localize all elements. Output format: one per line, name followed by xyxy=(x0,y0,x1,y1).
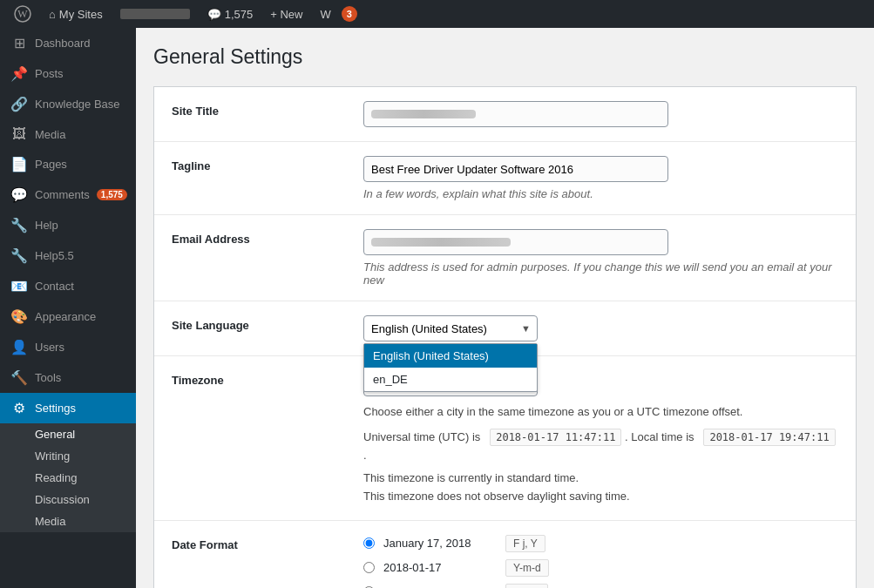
language-dropdown-wrapper: English (United States) en_DE ▼ English … xyxy=(363,315,538,341)
sidebar-label-users: Users xyxy=(35,341,64,354)
date-format-label-1: January 17, 2018 xyxy=(383,537,497,550)
date-format-radio-1[interactable] xyxy=(363,537,375,549)
sidebar-label-dashboard: Dashboard xyxy=(35,37,91,50)
sidebar-item-tools[interactable]: 🔨 Tools xyxy=(0,362,136,393)
language-field: English (United States) en_DE ▼ English … xyxy=(363,315,838,341)
date-format-row-3: 01/17/2018 m/d/Y xyxy=(363,584,838,588)
media-icon: 🖼 xyxy=(10,126,28,142)
comments-nav-icon: 💬 xyxy=(10,186,28,203)
language-label: Site Language xyxy=(172,315,346,332)
sidebar-item-posts[interactable]: 📌 Posts xyxy=(0,58,136,89)
timezone-info: Choose either a city in the same timezon… xyxy=(363,403,838,506)
tagline-field: In a few words, explain what this site i… xyxy=(363,156,838,200)
sidebar-item-dashboard[interactable]: ⊞ Dashboard xyxy=(0,28,136,58)
site-title-field xyxy=(363,101,838,127)
date-format-hint-3: m/d/Y xyxy=(505,584,548,588)
help-icon: 🔧 xyxy=(10,217,28,233)
sidebar-item-comments[interactable]: 💬 Comments 1,575 xyxy=(0,179,136,210)
dashboard-icon: ⊞ xyxy=(10,35,28,51)
submenu-item-discussion[interactable]: Discussion xyxy=(0,489,136,510)
sidebar-label-posts: Posts xyxy=(35,67,64,80)
settings-icon: ⚙ xyxy=(10,400,28,416)
date-format-row: Date Format January 17, 2018 F j, Y 2018… xyxy=(154,521,856,588)
tagline-label: Tagline xyxy=(172,156,346,172)
email-label: Email Address xyxy=(172,229,346,246)
comments-badge: 1,575 xyxy=(97,189,127,200)
sidebar-label-settings: Settings xyxy=(35,402,76,415)
help55-icon: 🔧 xyxy=(10,247,28,264)
sidebar-item-knowledge-base[interactable]: 🔗 Knowledge Base xyxy=(0,89,136,119)
page-title: General Settings xyxy=(153,45,857,69)
sidebar-item-settings[interactable]: ⚙ Settings xyxy=(0,393,136,423)
language-dropdown-list: English (United States) en_DE xyxy=(363,343,538,392)
sidebar-item-pages[interactable]: 📄 Pages xyxy=(0,149,136,179)
language-row: Site Language English (United States) en… xyxy=(154,301,856,356)
language-option-en-us[interactable]: English (United States) xyxy=(364,344,537,368)
submenu-item-writing[interactable]: Writing xyxy=(0,445,136,467)
local-value: 2018-01-17 19:47:11 xyxy=(703,429,835,446)
my-sites-label: My Sites xyxy=(59,8,103,21)
knowledge-base-icon: 🔗 xyxy=(10,96,28,112)
site-name-button[interactable] xyxy=(113,0,197,28)
appearance-icon: 🎨 xyxy=(10,308,28,325)
timezone-note1: This timezone is currently in standard t… xyxy=(363,470,838,488)
site-title-blurred xyxy=(371,110,476,118)
date-format-hint-2: Y-m-d xyxy=(505,559,549,577)
submenu-item-media[interactable]: Media xyxy=(0,510,136,532)
svg-text:W: W xyxy=(17,8,28,20)
submenu-item-reading[interactable]: Reading xyxy=(0,467,136,489)
utc-value: 2018-01-17 11:47:11 xyxy=(490,429,621,446)
timezone-description: Choose either a city in the same timezon… xyxy=(363,403,838,422)
admin-bar: W ⌂ My Sites 💬 1,575 + New W 3 xyxy=(0,0,874,28)
tagline-input[interactable] xyxy=(363,156,668,182)
submenu-item-general[interactable]: General xyxy=(0,423,136,445)
site-title-label: Site Title xyxy=(172,101,346,118)
pages-icon: 📄 xyxy=(10,156,28,172)
utc-label: Universal time (UTC) is xyxy=(363,430,480,443)
sidebar-label-knowledge-base: Knowledge Base xyxy=(35,98,120,111)
sidebar-label-help55: Help5.5 xyxy=(35,249,74,262)
email-input-wrapper xyxy=(363,229,668,255)
tagline-description: In a few words, explain what this site i… xyxy=(363,187,838,200)
date-format-row-2: 2018-01-17 Y-m-d xyxy=(363,559,838,577)
local-label: Local time is xyxy=(631,430,694,443)
email-field: This address is used for admin purposes.… xyxy=(363,229,838,287)
date-format-field: January 17, 2018 F j, Y 2018-01-17 Y-m-d… xyxy=(363,535,838,588)
date-format-row-1: January 17, 2018 F j, Y xyxy=(363,535,838,552)
date-format-hint-1: F j, Y xyxy=(505,535,545,552)
comments-count: 1,575 xyxy=(225,8,254,21)
date-format-radio-2[interactable] xyxy=(363,562,375,573)
timezone-note2: This timezone does not observe daylight … xyxy=(363,488,838,506)
sidebar-item-help55[interactable]: 🔧 Help5.5 xyxy=(0,240,136,271)
settings-form: Site Title Tagline In a few words, expla… xyxy=(153,86,857,588)
sidebar-item-users[interactable]: 👤 Users xyxy=(0,332,136,362)
sidebar-item-contact[interactable]: 📧 Contact xyxy=(0,271,136,301)
email-blurred xyxy=(371,238,511,247)
sidebar: ⊞ Dashboard 📌 Posts 🔗 Knowledge Base 🖼 M… xyxy=(0,28,136,588)
contact-icon: 📧 xyxy=(10,278,28,294)
main-content: General Settings Site Title Tagline In a… xyxy=(136,28,874,588)
notification-badge[interactable]: 3 xyxy=(342,6,357,22)
new-button[interactable]: + New xyxy=(263,0,309,28)
comments-button[interactable]: 💬 1,575 xyxy=(200,0,261,28)
date-format-label-2: 2018-01-17 xyxy=(383,561,497,574)
sidebar-item-appearance[interactable]: 🎨 Appearance xyxy=(0,301,136,332)
comments-icon: 💬 xyxy=(207,8,221,21)
home-icon: ⌂ xyxy=(49,8,56,21)
sidebar-item-media[interactable]: 🖼 Media xyxy=(0,119,136,149)
w-button[interactable]: W xyxy=(313,0,337,28)
language-select[interactable]: English (United States) en_DE xyxy=(363,315,538,341)
w-icon: W xyxy=(320,8,330,21)
my-sites-button[interactable]: ⌂ My Sites xyxy=(42,0,110,28)
sidebar-label-contact: Contact xyxy=(35,280,74,293)
wp-logo[interactable]: W xyxy=(7,0,38,28)
sidebar-label-help: Help xyxy=(35,219,58,232)
sidebar-label-media: Media xyxy=(35,128,65,141)
new-label: + New xyxy=(270,8,302,21)
language-option-en-de[interactable]: en_DE xyxy=(364,368,537,391)
sidebar-item-help[interactable]: 🔧 Help xyxy=(0,210,136,240)
email-description: This address is used for admin purposes.… xyxy=(363,260,838,287)
main-layout: ⊞ Dashboard 📌 Posts 🔗 Knowledge Base 🖼 M… xyxy=(0,28,874,588)
sidebar-label-pages: Pages xyxy=(35,158,67,171)
email-row: Email Address This address is used for a… xyxy=(154,215,856,301)
